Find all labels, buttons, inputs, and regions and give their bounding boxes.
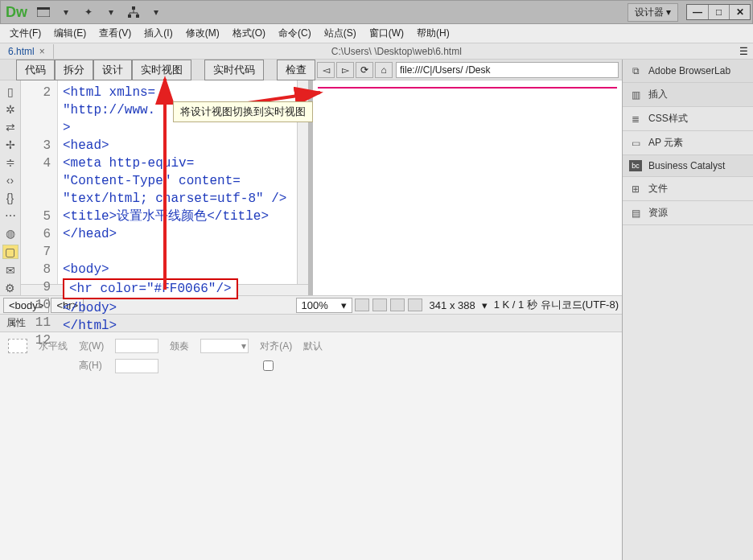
menu-command[interactable]: 命令(C) (274, 25, 316, 42)
close-button[interactable]: ✕ (729, 5, 750, 19)
app-logo: Dw (6, 4, 27, 21)
home-icon[interactable]: ⌂ (375, 62, 393, 78)
doc-info: 1 K / 1 秒 유니코드(UTF-8) (494, 298, 619, 312)
menu-format[interactable]: 格式(O) (228, 25, 270, 42)
window-controls: — □ ✕ (686, 4, 751, 20)
dropdown-icon[interactable]: ▾ (58, 4, 74, 20)
site-icon[interactable] (126, 4, 142, 20)
view-live-button[interactable]: 实时视图 (132, 60, 191, 80)
checkbox[interactable] (263, 360, 274, 371)
menu-site[interactable]: 站点(S) (319, 25, 361, 42)
status-icon[interactable] (390, 299, 405, 311)
workspace-selector[interactable]: 设计器 ▾ (628, 3, 678, 22)
panel-files[interactable]: ⊞ 文件 (623, 177, 753, 201)
back-icon[interactable]: ◅ (317, 62, 335, 78)
extension-icon[interactable]: ✦ (80, 4, 97, 20)
height-label: 高(H) (79, 359, 104, 373)
tool-icon[interactable]: ◍ (2, 227, 19, 240)
panel-label: 文件 (648, 182, 668, 196)
tool-icon[interactable]: ▯ (2, 85, 19, 98)
title-bar: Dw ▾ ✦ ▾ ▾ 设计器 ▾ — □ ✕ (0, 0, 753, 24)
svg-rect-2 (132, 6, 135, 10)
svg-rect-4 (136, 14, 139, 18)
panel-label: Business Catalyst (648, 160, 725, 171)
tool-icon[interactable]: ✉ (2, 264, 19, 277)
inspect-button[interactable]: 检查 (277, 60, 315, 80)
align-value: 默认 (303, 340, 323, 353)
panel-bc[interactable]: bc Business Catalyst (623, 155, 753, 177)
panel-insert[interactable]: ▥ 插入 (623, 83, 753, 107)
zoom-select[interactable]: 100%▾ (296, 298, 352, 313)
live-code-button[interactable]: 实时代码 (204, 60, 264, 80)
width-field[interactable] (115, 339, 158, 353)
ap-icon: ▭ (629, 137, 642, 150)
panel-browserlab[interactable]: ⧉ Adobe BrowserLab (623, 60, 753, 83)
highlighted-line: <hr color="#FF0066"/> (63, 278, 238, 299)
tool-icon[interactable]: ⇄ (2, 121, 19, 134)
status-icon[interactable] (408, 299, 422, 311)
browserlab-icon: ⧉ (629, 64, 642, 77)
panel-label: AP 元素 (648, 136, 683, 150)
document-tabs: 6.html × C:\Users\ \Desktop\web\6.html ☰ (0, 43, 753, 60)
live-preview (308, 80, 622, 295)
status-icon[interactable] (372, 299, 387, 311)
menu-window[interactable]: 窗口(W) (364, 25, 409, 42)
right-panels: ⧉ Adobe BrowserLab ▥ 插入 ≣ CSS样式 ▭ AP 元素 … (623, 60, 753, 560)
insert-icon: ▥ (629, 89, 642, 101)
tool-icon[interactable]: ‹› (2, 174, 19, 187)
menu-file[interactable]: 文件(F) (5, 25, 46, 42)
class-select[interactable]: ▾ (200, 339, 249, 353)
left-pane: 代码 拆分 设计 实时视图 实时代码 检查 ◅ ▻ ⟳ ⌂ file:///C|… (0, 60, 623, 560)
dropdown-icon[interactable]: ▾ (148, 4, 164, 20)
minimize-button[interactable]: — (687, 5, 708, 19)
dimensions: 341 x 388 (430, 299, 475, 311)
hr-element (318, 87, 617, 89)
tool-icon[interactable]: ⋯ (2, 209, 19, 222)
line-gutter: 2 3 4 5 6 7 8 9 10 11 12 (21, 80, 58, 284)
status-icon[interactable] (355, 299, 369, 311)
tool-icon[interactable]: ≑ (2, 156, 19, 169)
tool-icon[interactable]: {} (2, 191, 19, 204)
class-label: 颁奏 (170, 340, 189, 353)
tooltip: 将设计视图切换到实时视图 (173, 101, 313, 122)
tool-icon[interactable]: ✢ (2, 138, 19, 151)
address-bar[interactable]: file:///C|/Users/ /Desk (396, 62, 619, 78)
height-field[interactable] (115, 359, 158, 373)
view-code-button[interactable]: 代码 (16, 60, 55, 80)
maximize-button[interactable]: □ (708, 5, 729, 19)
menu-insert[interactable]: 插入(I) (139, 25, 177, 42)
properties-panel: 水平线 宽(W) 颁奏 ▾ 对齐(A) 默认 高(H) (0, 332, 622, 560)
panel-css[interactable]: ≣ CSS样式 (623, 107, 753, 131)
layout-icon[interactable] (35, 4, 51, 20)
dropdown-icon[interactable]: ▾ (103, 4, 119, 20)
tab-6html[interactable]: 6.html × (0, 44, 54, 59)
tool-icon[interactable]: ✲ (2, 103, 19, 116)
view-design-button[interactable]: 设计 (93, 60, 132, 80)
code-toolbar: ▯ ✲ ⇄ ✢ ≑ ‹› {} ⋯ ◍ ▢ ✉ ⚙ ≣ (0, 80, 21, 295)
forward-icon[interactable]: ▻ (336, 62, 354, 78)
bc-icon: bc (629, 160, 642, 171)
workspace: 代码 拆分 设计 实时视图 实时代码 检查 ◅ ▻ ⟳ ⌂ file:///C|… (0, 60, 753, 560)
view-toolbar: 代码 拆分 设计 实时视图 实时代码 检查 ◅ ▻ ⟳ ⌂ file:///C|… (0, 60, 622, 80)
panel-ap[interactable]: ▭ AP 元素 (623, 131, 753, 155)
panel-label: 资源 (648, 206, 668, 220)
view-split-button[interactable]: 拆分 (55, 60, 93, 80)
tab-label: 6.html (8, 46, 35, 57)
refresh-icon[interactable]: ⟳ (356, 62, 373, 78)
tool-icon[interactable]: ⚙ (2, 282, 19, 294)
tab-menu-icon[interactable]: ☰ (739, 46, 748, 57)
menu-edit[interactable]: 编辑(E) (49, 25, 91, 42)
menu-view[interactable]: 查看(V) (94, 25, 136, 42)
panel-assets[interactable]: ▤ 资源 (623, 201, 753, 225)
close-tab-icon[interactable]: × (39, 46, 45, 57)
menu-help[interactable]: 帮助(H) (412, 25, 455, 42)
panel-label: 插入 (648, 88, 668, 101)
assets-icon: ▤ (629, 207, 642, 220)
document-path: C:\Users\ \Desktop\web\6.html (54, 46, 739, 57)
tool-icon[interactable]: ▢ (2, 245, 19, 259)
menu-modify[interactable]: 修改(M) (181, 25, 224, 42)
align-label: 对齐(A) (260, 340, 292, 353)
panel-label: Adobe BrowserLab (648, 65, 730, 76)
files-icon: ⊞ (629, 183, 642, 196)
panel-label: CSS样式 (648, 112, 688, 126)
